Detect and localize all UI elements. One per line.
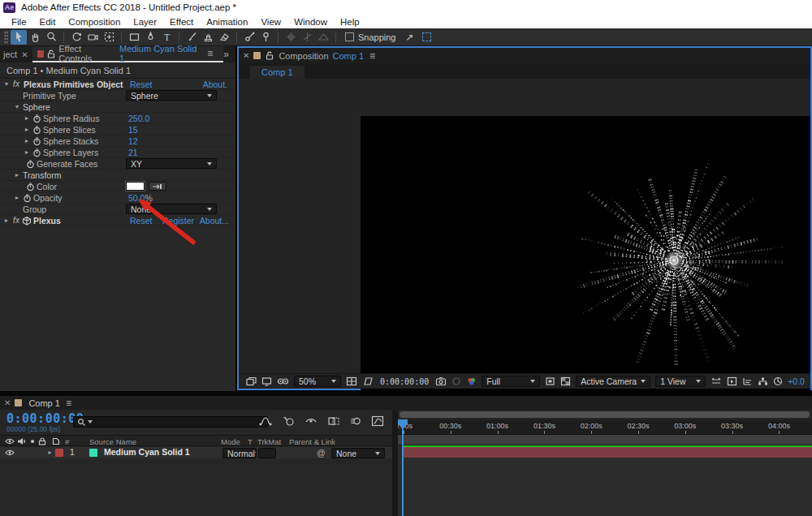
hide-shy-layers-icon[interactable] [304, 415, 317, 427]
expand-triangle-icon[interactable]: ► [13, 172, 21, 178]
panel-menu-icon[interactable]: ≡ [66, 398, 71, 409]
layer-expand-triangle[interactable]: ► [47, 449, 53, 455]
shortcut-arrow-icon[interactable]: ↗ [406, 32, 414, 43]
panel-menu-icon[interactable]: ≡ [369, 50, 375, 62]
expand-triangle-icon[interactable]: ► [23, 138, 31, 144]
shape-tool[interactable] [126, 30, 142, 45]
time-navigator-bar[interactable] [400, 411, 810, 418]
flowchart-button-icon[interactable] [758, 376, 768, 386]
resolution-dropdown[interactable]: Full [482, 376, 540, 387]
timeline-divider[interactable] [392, 410, 398, 516]
reset-link[interactable]: Reset [130, 80, 152, 89]
stopwatch-icon[interactable] [23, 193, 32, 203]
close-tab-icon[interactable]: ✕ [239, 51, 253, 60]
zoom-tool[interactable] [43, 30, 59, 45]
menu-layer[interactable]: Layer [127, 17, 163, 27]
region-of-interest-icon[interactable] [545, 376, 555, 386]
effect-controls-tab[interactable]: Effect Controls Medium Cyan Solid 1 ≡ [32, 46, 224, 62]
comp-timecode[interactable]: 0:00:00:00 [380, 377, 429, 386]
blend-mode-dropdown[interactable]: Normal [222, 448, 257, 458]
project-tab-partial[interactable]: ject [0, 49, 17, 59]
exposure-value[interactable]: +0.0 [788, 376, 805, 386]
puppet-pin-tool[interactable] [257, 30, 274, 45]
about-link[interactable]: About... [200, 216, 229, 226]
menu-animation[interactable]: Animation [200, 17, 254, 27]
camera-tool[interactable] [84, 30, 101, 45]
timeline-ruler[interactable]: 0:00s00:30s01:00s01:30s02:00s02:30s03:00… [398, 419, 812, 435]
fx-badge-icon[interactable]: fx [11, 80, 22, 88]
property-group-sphere[interactable]: ▼ Sphere [0, 101, 235, 113]
value-sphere-stacks[interactable]: 12 [128, 136, 138, 146]
disclosure-triangle-icon[interactable]: ▼ [13, 104, 21, 110]
brush-tool[interactable] [184, 30, 200, 45]
value-sphere-layers[interactable]: 21 [128, 148, 138, 157]
eyedropper-icon[interactable] [149, 182, 166, 191]
roto-brush-tool[interactable] [241, 30, 257, 45]
comp-viewer-tab[interactable]: Comp 1 [250, 66, 304, 79]
preview-eyes-icon[interactable] [277, 376, 289, 386]
channel-rgb-icon[interactable] [466, 376, 477, 386]
register-link[interactable]: Register [162, 216, 194, 226]
group-dropdown[interactable]: None [126, 204, 217, 214]
graph-editor-icon[interactable] [371, 415, 384, 427]
mode-column-header[interactable]: Mode [221, 437, 240, 446]
pixel-aspect-icon[interactable] [710, 376, 722, 386]
toolbar-drag-handle[interactable] [4, 31, 8, 44]
snapshot-camera-icon[interactable] [435, 376, 447, 386]
pan-behind-tool[interactable] [101, 30, 117, 45]
selection-tool[interactable] [11, 30, 27, 45]
panel-menu-icon[interactable]: ≡ [207, 48, 213, 59]
menu-help[interactable]: Help [334, 17, 366, 27]
stopwatch-icon[interactable] [32, 125, 41, 135]
motion-blur-icon[interactable] [350, 415, 361, 427]
expand-triangle-icon[interactable]: ► [23, 115, 31, 121]
timeline-track-area[interactable]: 0:00s00:30s01:00s01:30s02:00s02:30s03:00… [398, 410, 812, 516]
type-tool[interactable]: T [158, 30, 175, 45]
unlock-icon[interactable] [266, 51, 274, 60]
menu-file[interactable]: File [5, 17, 33, 27]
snapping-checkbox[interactable] [345, 32, 354, 41]
view-layout-dropdown[interactable]: 1 View [655, 376, 706, 387]
menu-edit[interactable]: Edit [33, 17, 63, 27]
eraser-tool[interactable] [216, 30, 232, 45]
search-input[interactable] [73, 416, 268, 428]
grid-guides-icon[interactable] [346, 376, 357, 386]
time-navigator[interactable] [398, 410, 812, 419]
property-group-transform[interactable]: ► Transform [0, 170, 235, 181]
expand-triangle-icon[interactable]: ► [13, 195, 21, 200]
menu-composition[interactable]: Composition [62, 17, 127, 27]
close-tab-icon[interactable]: ✕ [0, 398, 15, 407]
stopwatch-icon[interactable] [32, 114, 41, 123]
draft-3d-icon[interactable] [282, 415, 295, 427]
magnification-dropdown[interactable]: 50% [294, 376, 341, 387]
effect-header-row[interactable]: ► fx Plexus Reset Register About... [0, 215, 235, 226]
frame-blending-icon[interactable] [327, 415, 340, 427]
close-tab-icon[interactable]: ✕ [17, 50, 32, 59]
rotation-tool[interactable] [68, 30, 84, 45]
layer-duration-bar[interactable] [402, 447, 812, 458]
snapping-toggle[interactable]: Snapping [345, 32, 396, 42]
trkmat-cell[interactable] [258, 448, 276, 458]
tab-overflow-icon[interactable]: » [223, 49, 235, 60]
clone-stamp-tool[interactable] [200, 30, 216, 45]
fast-previews-icon[interactable] [727, 376, 737, 386]
camera-dropdown[interactable]: Active Camera [576, 376, 650, 387]
composition-viewport[interactable] [361, 116, 810, 402]
disclosure-triangle-icon[interactable]: ▼ [2, 81, 11, 87]
stopwatch-icon[interactable] [32, 136, 41, 146]
value-sphere-radius[interactable]: 250.0 [128, 114, 149, 123]
parent-column-header[interactable]: Parent & Link [289, 437, 335, 446]
menu-window[interactable]: Window [287, 17, 334, 27]
timeline-tab-label[interactable]: Comp 1 [28, 398, 60, 408]
generate-faces-dropdown[interactable]: XY [126, 158, 217, 169]
work-area-bar[interactable] [398, 435, 812, 445]
layer-label-color[interactable] [55, 449, 63, 457]
fx-badge-icon[interactable]: fx [11, 216, 22, 225]
value-opacity[interactable]: 50.0% [128, 193, 153, 203]
mini-flowchart-icon[interactable] [259, 415, 272, 427]
menu-view[interactable]: View [254, 17, 287, 27]
stopwatch-icon[interactable] [32, 148, 41, 157]
layer-eye-toggle[interactable] [5, 449, 15, 458]
parent-dropdown[interactable]: None [331, 448, 385, 458]
transparency-grid-icon[interactable] [560, 376, 571, 386]
